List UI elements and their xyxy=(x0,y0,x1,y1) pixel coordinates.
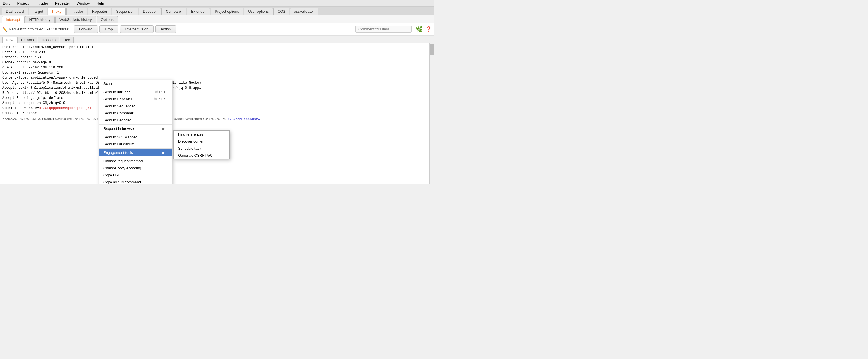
context-menu-item-3[interactable]: Send to Sequencer xyxy=(99,103,172,109)
context-menu-label-10: Change request method xyxy=(103,159,143,163)
context-menu-item-13[interactable]: Copy as curl command xyxy=(99,178,172,184)
submenu-item-2[interactable]: Schedule task xyxy=(174,145,229,152)
context-menu-item-11[interactable]: Change body encoding xyxy=(99,165,172,172)
tab-intruder[interactable]: Intruder xyxy=(66,8,87,15)
shortcut-2: ⌘+^+R xyxy=(154,97,165,101)
context-menu-item-5[interactable]: Send to Decoder xyxy=(99,117,172,124)
tab-repeater[interactable]: Repeater xyxy=(88,8,111,15)
body-line: rname=%E5%93%88%E5%93%88%E5%93%88%E5%93%… xyxy=(0,118,434,122)
tab-websockets-history[interactable]: WebSockets history xyxy=(55,16,96,23)
burp-logo-icon: 🌿 xyxy=(416,26,423,33)
tab-options[interactable]: Options xyxy=(97,16,118,23)
forward-button[interactable]: Forward xyxy=(74,25,98,33)
arrow-6: ▶ xyxy=(162,127,165,131)
tab-extender[interactable]: Extender xyxy=(187,8,210,15)
editor-tab-params[interactable]: Params xyxy=(18,37,37,43)
context-menu-label-4: Send to Comparer xyxy=(103,111,133,115)
tab-decoder[interactable]: Decoder xyxy=(138,8,161,15)
context-menu-item-7[interactable]: Send to SQLMapper xyxy=(99,134,172,141)
submenu-item-1[interactable]: Discover content xyxy=(174,138,229,145)
separator-8 xyxy=(99,148,172,149)
context-menu-label-12: Copy URL xyxy=(103,173,120,177)
content-area: POST /hotelcal/admin/add_account.php HTT… xyxy=(0,43,434,184)
menu-project[interactable]: Project xyxy=(16,1,30,6)
context-menu-label-6: Request in browser xyxy=(103,127,135,131)
context-menu-label-0: Scan xyxy=(103,81,112,86)
context-menu: Scan Send to Intruder ⌘+^+I Send to Repe… xyxy=(99,80,172,184)
pencil-icon: ✏️ xyxy=(2,27,7,32)
context-menu-item-0[interactable]: Scan xyxy=(99,80,172,87)
comment-input[interactable] xyxy=(355,26,412,33)
tab-dashboard[interactable]: Dashboard xyxy=(2,8,28,15)
top-tab-bar: Dashboard Target Proxy Intruder Repeater… xyxy=(0,7,434,15)
context-menu-item-9[interactable]: Engagement tools ▶ xyxy=(99,149,172,156)
request-label: Request to http://192.168.110.208:80 xyxy=(9,27,69,31)
separator-9 xyxy=(99,157,172,157)
tab-http-history[interactable]: HTTP history xyxy=(25,16,55,23)
separator-6 xyxy=(99,133,172,133)
editor-tab-bar: Raw Params Headers Hex xyxy=(0,35,434,43)
request-text[interactable]: POST /hotelcal/admin/add_account.php HTT… xyxy=(0,43,428,118)
context-menu-label-5: Send to Decoder xyxy=(103,118,131,122)
editor-tab-headers[interactable]: Headers xyxy=(38,37,59,43)
toolbar: ✏️ Request to http://192.168.110.208:80 … xyxy=(0,23,434,35)
intercept-button[interactable]: Intercept is on xyxy=(120,25,154,33)
menu-window[interactable]: Window xyxy=(75,1,91,6)
tab-xssvalidator[interactable]: xssValidator xyxy=(290,8,318,15)
action-button[interactable]: Action xyxy=(155,25,176,33)
tab-intercept[interactable]: Intercept xyxy=(2,16,25,23)
context-menu-item-2[interactable]: Send to Repeater ⌘+^+R xyxy=(99,96,172,103)
menu-repeater[interactable]: Repeater xyxy=(54,1,71,6)
submenu-item-0[interactable]: Find references xyxy=(174,131,229,138)
scrollbar-vertical[interactable] xyxy=(430,43,434,184)
context-menu-label-1: Send to Intruder xyxy=(103,90,130,94)
tab-user-options[interactable]: User options xyxy=(244,8,273,15)
context-menu-label-11: Change body encoding xyxy=(103,166,141,170)
tab-sequencer[interactable]: Sequencer xyxy=(112,8,138,15)
menu-burp[interactable]: Burp xyxy=(2,1,11,6)
menu-intruder[interactable]: Intruder xyxy=(34,1,49,6)
context-menu-label-8: Send to Laudanum xyxy=(103,142,134,146)
help-icon[interactable]: ❓ xyxy=(426,26,432,32)
tab-comparer[interactable]: Comparer xyxy=(161,8,186,15)
menu-help[interactable]: Help xyxy=(95,1,105,6)
editor-tab-raw[interactable]: Raw xyxy=(2,37,17,43)
tab-co2[interactable]: CO2 xyxy=(273,8,289,15)
tab-project-options[interactable]: Project options xyxy=(211,8,243,15)
context-menu-item-6[interactable]: Request in browser ▶ xyxy=(99,125,172,132)
context-menu-label-9: Engagement tools xyxy=(103,151,133,155)
shortcut-1: ⌘+^+I xyxy=(155,90,165,94)
tab-target[interactable]: Target xyxy=(29,8,48,15)
submenu: Find referencesDiscover contentSchedule … xyxy=(173,130,230,159)
context-menu-item-12[interactable]: Copy URL xyxy=(99,172,172,178)
separator-5 xyxy=(99,124,172,125)
submenu-item-3[interactable]: Generate CSRF PoC xyxy=(174,152,229,159)
tab-proxy[interactable]: Proxy xyxy=(48,8,66,15)
context-menu-item-1[interactable]: Send to Intruder ⌘+^+I xyxy=(99,89,172,96)
context-menu-label-13: Copy as curl command xyxy=(103,180,141,184)
context-menu-item-10[interactable]: Change request method xyxy=(99,158,172,165)
context-menu-item-8[interactable]: Send to Laudanum xyxy=(99,141,172,148)
scrollbar-thumb[interactable] xyxy=(430,44,434,55)
separator-0 xyxy=(99,88,172,88)
menu-bar: Burp Project Intruder Repeater Window He… xyxy=(0,0,434,7)
arrow-9: ▶ xyxy=(162,151,165,155)
editor-tab-hex[interactable]: Hex xyxy=(60,37,73,43)
drop-button[interactable]: Drop xyxy=(99,25,118,33)
second-tab-bar: Intercept HTTP history WebSockets histor… xyxy=(0,15,434,23)
context-menu-label-2: Send to Repeater xyxy=(103,97,132,101)
context-menu-item-4[interactable]: Send to Comparer xyxy=(99,109,172,117)
context-menu-label-7: Send to SQLMapper xyxy=(103,135,137,139)
context-menu-label-3: Send to Sequencer xyxy=(103,104,135,108)
